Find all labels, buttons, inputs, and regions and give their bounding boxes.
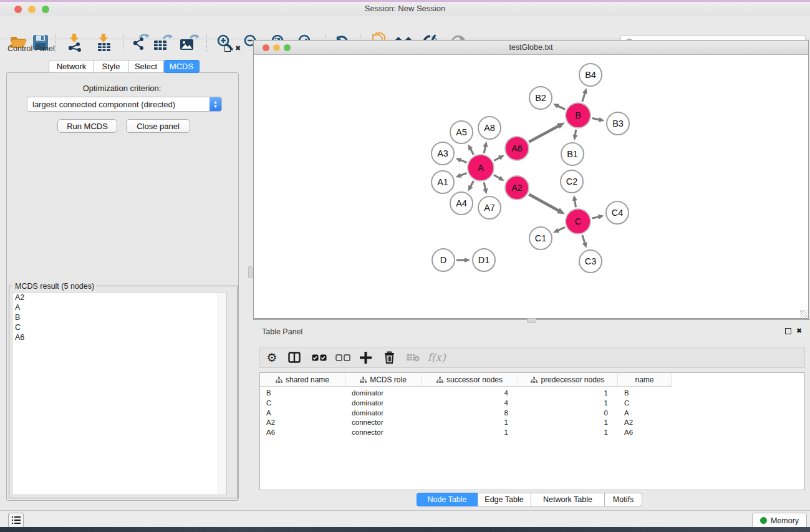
- status-bar: [0, 510, 810, 527]
- table-cell[interactable]: 8: [422, 408, 518, 418]
- export-network-icon: [131, 33, 150, 52]
- mcds-result-title: MCDS result (5 nodes): [12, 282, 97, 291]
- edge-B-B3[interactable]: [592, 118, 600, 120]
- table-cell[interactable]: 4: [422, 398, 518, 408]
- network-graph-canvas[interactable]: B4B2BB3A5A8A6A3B1AA1C2A2A4A7C4CC1C3DD1: [254, 55, 808, 317]
- optimization-dropdown[interactable]: largest connected component (directed) ▲…: [27, 97, 222, 112]
- table-panel-float-button[interactable]: [785, 328, 791, 336]
- edge-C-C2[interactable]: [575, 200, 576, 207]
- tab-style[interactable]: Style: [94, 60, 128, 73]
- table-cell[interactable]: 1: [518, 417, 618, 427]
- control-panel-tabs: NetworkStyleSelectMCDS: [49, 60, 200, 73]
- network-window-titlebar[interactable]: testGlobe.txt: [254, 41, 808, 55]
- mcds-result-item[interactable]: A6: [12, 332, 226, 342]
- table-cell[interactable]: dominator: [345, 388, 422, 398]
- edge-C-C1[interactable]: [557, 227, 565, 230]
- network-close-traffic-light[interactable]: [263, 44, 269, 51]
- horizontal-splitter-grip[interactable]: [527, 318, 536, 323]
- edge-A-A2[interactable]: [494, 175, 500, 179]
- edge-A6-B[interactable]: [529, 125, 559, 142]
- edge-B-B4[interactable]: [582, 92, 586, 102]
- table-cell[interactable]: A2: [260, 417, 345, 427]
- export-table-icon: [153, 33, 173, 52]
- mcds-list-scrollbar[interactable]: [218, 293, 226, 495]
- table-cell[interactable]: A: [260, 408, 345, 418]
- fx-icon: f(x): [427, 351, 445, 364]
- edge-B-B2[interactable]: [557, 105, 565, 109]
- tab-network-table[interactable]: Network Table: [531, 493, 605, 506]
- vertical-splitter-grip[interactable]: [248, 266, 253, 278]
- unselect-all-columns-button[interactable]: [335, 350, 351, 365]
- tab-network[interactable]: Network: [49, 60, 94, 73]
- mcds-result-list[interactable]: A2ABCA6: [12, 292, 227, 495]
- network-zoom-traffic-light[interactable]: [284, 44, 291, 51]
- select-all-columns-button[interactable]: [311, 350, 327, 365]
- table-cell[interactable]: dominator: [345, 398, 422, 408]
- edge-A2-C[interactable]: [529, 195, 559, 211]
- table-settings-button[interactable]: ⚙: [265, 350, 279, 365]
- tab-select[interactable]: Select: [128, 60, 164, 73]
- memory-button[interactable]: Memory: [752, 513, 807, 528]
- table-cell[interactable]: A2: [618, 417, 672, 427]
- column-header-label: MCDS role: [370, 375, 407, 384]
- table-cell[interactable]: dominator: [345, 408, 422, 418]
- column-header-MCDS-role[interactable]: MCDS role: [345, 373, 422, 387]
- tab-motifs[interactable]: Motifs: [605, 493, 642, 506]
- node-table[interactable]: shared nameMCDS rolesuccessor nodesprede…: [259, 372, 805, 490]
- tab-mcds[interactable]: MCDS: [164, 60, 200, 73]
- table-cell[interactable]: 1: [518, 427, 618, 437]
- edge-A-A4[interactable]: [470, 181, 473, 187]
- table-cell[interactable]: connector: [345, 417, 422, 427]
- edge-A-A8[interactable]: [484, 146, 486, 153]
- column-header-shared-name[interactable]: shared name: [260, 373, 345, 387]
- table-cell[interactable]: A: [618, 408, 672, 418]
- trash-icon: [384, 351, 395, 364]
- table-cell[interactable]: C: [618, 398, 672, 408]
- edge-A-A5[interactable]: [470, 148, 473, 155]
- split-column-button[interactable]: [287, 350, 302, 365]
- edge-C-C3[interactable]: [582, 235, 585, 244]
- mcds-result-item[interactable]: C: [12, 322, 226, 332]
- edge-B-B1[interactable]: [575, 130, 576, 136]
- table-cell[interactable]: 1: [422, 417, 518, 427]
- edge-A-A7[interactable]: [484, 182, 486, 190]
- delete-column-button[interactable]: [382, 350, 396, 365]
- column-header-successor-nodes[interactable]: successor nodes: [422, 373, 518, 387]
- control-panel-float-button[interactable]: [224, 46, 231, 53]
- tab-node-table[interactable]: Node Table: [417, 493, 478, 506]
- close-panel-button[interactable]: Close panel: [126, 119, 190, 133]
- mcds-result-item[interactable]: A: [12, 302, 226, 312]
- table-cell[interactable]: 4: [422, 388, 518, 398]
- table-cell[interactable]: B: [260, 388, 345, 398]
- table-cell[interactable]: connector: [345, 427, 422, 437]
- create-column-button[interactable]: [358, 350, 373, 365]
- table-cell[interactable]: 1: [518, 398, 618, 408]
- table-panel-close-button[interactable]: ✖: [796, 327, 802, 334]
- export-network-button[interactable]: [130, 32, 151, 52]
- table-cell[interactable]: B: [618, 388, 672, 398]
- run-mcds-button[interactable]: Run MCDS: [57, 119, 117, 133]
- mcds-result-item[interactable]: B: [12, 312, 226, 322]
- edge-A-A3[interactable]: [460, 160, 467, 162]
- control-panel-close-button[interactable]: ✖: [235, 45, 241, 52]
- edge-A-A1[interactable]: [460, 173, 467, 175]
- mcds-result-item[interactable]: A2: [12, 293, 226, 302]
- export-image-button[interactable]: [178, 32, 200, 52]
- column-header-predecessor-nodes[interactable]: predecessor nodes: [518, 373, 618, 387]
- table-panel-tabs: Node TableEdge TableNetwork TableMotifs: [417, 493, 642, 506]
- export-table-button[interactable]: [152, 32, 173, 52]
- table-cell[interactable]: 0: [518, 408, 618, 418]
- edge-A-A6[interactable]: [494, 157, 500, 160]
- table-cell[interactable]: A6: [260, 427, 345, 437]
- task-history-button[interactable]: [8, 513, 24, 528]
- table-cell[interactable]: 1: [518, 388, 618, 398]
- network-minimize-traffic-light[interactable]: [273, 44, 280, 51]
- edge-C-C4[interactable]: [592, 216, 599, 218]
- tab-edge-table[interactable]: Edge Table: [478, 493, 531, 506]
- table-cell[interactable]: A6: [618, 427, 672, 437]
- import-network-button[interactable]: [64, 32, 85, 52]
- table-cell[interactable]: C: [260, 398, 345, 408]
- import-table-button[interactable]: [93, 32, 114, 52]
- column-header-name[interactable]: name: [618, 373, 672, 387]
- table-cell[interactable]: 1: [422, 427, 518, 437]
